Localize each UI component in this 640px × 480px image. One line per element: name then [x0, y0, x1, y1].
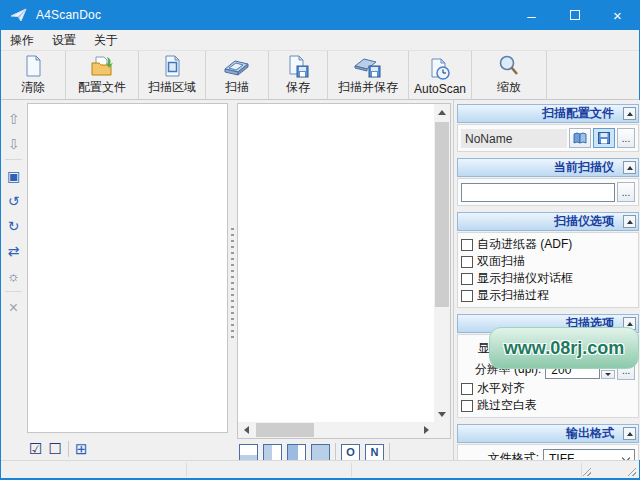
- load-profile-button[interactable]: [569, 128, 591, 148]
- dpi-down-button[interactable]: [601, 370, 615, 379]
- profile-button[interactable]: 配置文件: [66, 51, 138, 99]
- profile-more-button[interactable]: ...: [617, 128, 635, 148]
- align-label: 水平对齐: [477, 380, 525, 397]
- adf-checkbox[interactable]: [461, 239, 473, 251]
- window-title: A4ScanDoc: [36, 8, 101, 22]
- autoscan-label: AutoScan: [414, 82, 466, 96]
- scan-canvas[interactable]: [27, 103, 228, 433]
- minimize-button[interactable]: –: [510, 0, 553, 30]
- scan-area-icon: [161, 54, 183, 78]
- statusbar-separator: [351, 463, 352, 477]
- save-icon: [286, 54, 310, 78]
- duplex-label: 双面扫描: [477, 253, 525, 270]
- scanner-name-input[interactable]: [461, 183, 615, 202]
- scanner-options-title: 扫描仪选项: [554, 214, 614, 228]
- scanner-options-section: 扫描仪选项 自动进纸器 (ADF) 双面扫描 显示扫描仪对话框 显示扫描过程: [457, 212, 639, 308]
- open-book-icon: [573, 132, 587, 145]
- horizontal-scrollbar[interactable]: [238, 422, 434, 438]
- canvas-toolbar-separator: [68, 441, 69, 457]
- select-none-icon[interactable]: ☐: [48, 440, 61, 458]
- duplex-checkbox[interactable]: [461, 256, 473, 268]
- save-button[interactable]: 保存: [269, 51, 327, 99]
- file-format-select[interactable]: TIFF: [543, 449, 635, 460]
- scroll-right-button[interactable]: [418, 422, 434, 438]
- scroll-down-button[interactable]: [434, 406, 450, 422]
- show-progress-checkbox[interactable]: [461, 290, 473, 302]
- scroll-up-button[interactable]: [434, 104, 450, 120]
- select-all-icon[interactable]: ☑: [29, 440, 42, 458]
- horizontal-scroll-thumb[interactable]: [256, 423, 314, 437]
- main-toolbar: 清除 配置文件 扫描区域 扫描 保存: [1, 50, 639, 100]
- thumbnail-view-icon[interactable]: ⊞: [75, 440, 88, 458]
- move-up-icon[interactable]: ⇧: [1, 106, 26, 131]
- collapse-button[interactable]: [623, 107, 636, 120]
- output-format-header: 输出格式: [457, 424, 639, 443]
- maximize-button[interactable]: [553, 0, 596, 30]
- zoom-button[interactable]: 缩放: [472, 51, 546, 99]
- clear-button[interactable]: 清除: [1, 51, 65, 99]
- fit-height-icon[interactable]: [287, 444, 306, 461]
- deskew-icon[interactable]: ▣: [1, 163, 26, 188]
- scroll-left-button[interactable]: [238, 422, 254, 438]
- close-button[interactable]: ×: [596, 0, 639, 30]
- blank-page-icon: [22, 54, 44, 78]
- fit-bottom-icon[interactable]: [239, 444, 258, 461]
- profile-name-field[interactable]: NoName: [461, 129, 567, 148]
- pane-splitter[interactable]: [229, 103, 236, 433]
- profile-section-body: NoName ...: [457, 124, 639, 152]
- scanner-options-body: 自动进纸器 (ADF) 双面扫描 显示扫描仪对话框 显示扫描过程: [457, 232, 639, 308]
- menu-settings[interactable]: 设置: [43, 30, 85, 51]
- vertical-scroll-thumb[interactable]: [435, 122, 449, 307]
- adf-label: 自动进纸器 (ADF): [477, 236, 572, 253]
- scan-area-label: 扫描区域: [148, 79, 196, 96]
- move-down-icon[interactable]: ⇩: [1, 131, 26, 156]
- rotate-right-icon[interactable]: ↻: [1, 213, 26, 238]
- scanner-section: 当前扫描仪 ...: [457, 158, 639, 206]
- save-profile-button[interactable]: [593, 128, 615, 148]
- menu-about[interactable]: 关于: [85, 30, 127, 51]
- collapse-button[interactable]: [623, 161, 636, 174]
- preview-toolbar-separator: [389, 443, 390, 461]
- show-progress-label: 显示扫描过程: [477, 287, 549, 304]
- app-window: A4ScanDoc – × 操作 设置 关于 清除 配置文件: [0, 0, 640, 480]
- fit-page-icon[interactable]: [311, 444, 330, 461]
- brightness-icon[interactable]: ☼: [1, 263, 26, 288]
- app-icon: [10, 6, 28, 24]
- scan-and-save-label: 扫描并保存: [338, 79, 398, 96]
- side-toolbar: ⇧ ⇩ ▣ ↺ ↻ ⇄ ☼ ×: [1, 100, 26, 460]
- splitter-grip-dots: [231, 228, 234, 340]
- scan-and-save-button[interactable]: 扫描并保存: [328, 51, 408, 99]
- panel-resize-grip[interactable]: [581, 466, 591, 476]
- actual-size-icon[interactable]: O: [341, 444, 360, 461]
- autoscan-button[interactable]: AutoScan: [409, 51, 471, 99]
- flip-icon[interactable]: ⇄: [1, 238, 26, 263]
- select-scanner-button[interactable]: ...: [617, 182, 635, 202]
- vertical-scrollbar[interactable]: [434, 104, 450, 422]
- profile-section-title: 扫描配置文件: [542, 106, 614, 120]
- fit-width-icon[interactable]: [263, 444, 282, 461]
- skip-blank-checkbox[interactable]: [461, 400, 473, 412]
- collapse-button[interactable]: [623, 215, 636, 228]
- file-format-label: 文件格式:: [461, 450, 543, 460]
- scan-area-button[interactable]: 扫描区域: [139, 51, 205, 99]
- floppy-icon: [598, 132, 610, 144]
- settings-panel: 扫描配置文件 NoName ... 当前扫描仪: [453, 100, 640, 460]
- scan-button[interactable]: 扫描: [206, 51, 268, 99]
- show-dialog-checkbox[interactable]: [461, 273, 473, 285]
- preview-pane[interactable]: [237, 103, 451, 439]
- canvas-toolbar: ☑ ☐ ⊞: [29, 439, 87, 459]
- clear-label: 清除: [21, 79, 45, 96]
- align-checkbox[interactable]: [461, 383, 473, 395]
- statusbar-separator: [186, 463, 187, 477]
- fit-normal-icon[interactable]: N: [365, 444, 384, 461]
- delete-page-icon[interactable]: ×: [1, 295, 26, 320]
- autoscan-icon: [428, 55, 452, 81]
- menu-operation[interactable]: 操作: [1, 30, 43, 51]
- collapse-arrow-icon: [627, 432, 633, 436]
- collapse-button[interactable]: [623, 427, 636, 440]
- statusbar-separator: [581, 463, 582, 477]
- rotate-left-icon[interactable]: ↺: [1, 188, 26, 213]
- side-separator: [5, 291, 22, 292]
- output-format-body: 文件格式: TIFF 压缩 多 发: [457, 444, 639, 460]
- window-resize-grip[interactable]: [626, 466, 636, 476]
